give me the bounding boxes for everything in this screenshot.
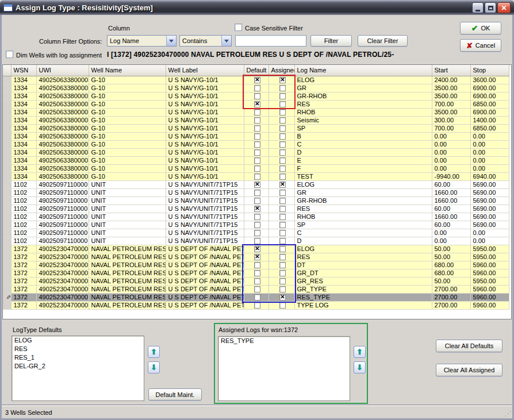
default-checkbox[interactable] xyxy=(254,141,260,148)
assigned-checkbox[interactable] xyxy=(279,246,286,252)
row-selector[interactable] xyxy=(3,84,11,92)
row-selector[interactable] xyxy=(3,205,11,213)
row-selector[interactable] xyxy=(3,140,11,148)
default-checkbox[interactable] xyxy=(254,206,260,212)
default-checkbox[interactable] xyxy=(254,262,260,268)
clear-filter-button[interactable]: Clear Filter xyxy=(358,35,408,47)
row-selector[interactable] xyxy=(3,245,11,253)
row-selector[interactable] xyxy=(3,156,11,164)
row-selector[interactable] xyxy=(3,285,11,293)
table-row[interactable]: 133449025063380000G-10U S NAVY/G-10/1GR3… xyxy=(3,84,509,92)
row-selector[interactable] xyxy=(3,188,11,196)
default-checkbox[interactable] xyxy=(254,198,260,204)
row-selector[interactable] xyxy=(3,180,11,188)
row-selector[interactable] xyxy=(3,277,11,285)
row-selector[interactable] xyxy=(3,221,11,229)
default-checkbox[interactable] xyxy=(254,149,260,156)
assigned-checkbox[interactable] xyxy=(279,270,286,276)
default-checkbox[interactable] xyxy=(254,190,260,196)
row-selector[interactable] xyxy=(3,196,11,205)
default-checkbox[interactable] xyxy=(254,125,260,132)
row-selector[interactable] xyxy=(3,301,11,309)
default-checkbox[interactable] xyxy=(254,270,260,276)
default-checkbox[interactable] xyxy=(254,109,260,115)
case-sensitive-checkbox[interactable] xyxy=(235,24,242,31)
table-row[interactable]: 133449025063380000G-10U S NAVY/G-10/1RHO… xyxy=(3,108,509,116)
list-item[interactable]: RES_TYPE xyxy=(218,337,350,345)
table-row[interactable]: 133449025063380000G-10U S NAVY/G-10/1TES… xyxy=(3,172,509,180)
title-bar[interactable]: Assign Log Type : Resisitivity[System] xyxy=(0,0,514,15)
column-header-well-label[interactable]: Well Label xyxy=(166,65,244,76)
filter-button[interactable]: Filter xyxy=(310,35,352,47)
well-log-grid[interactable]: WSNUWIWell NameWell LabelDefaultAssigned… xyxy=(2,64,512,319)
table-row[interactable]: 137249025230470000NAVAL PETROLEUM RESU S… xyxy=(3,253,509,261)
default-checkbox[interactable] xyxy=(254,230,260,236)
row-selector[interactable] xyxy=(3,164,11,172)
table-row[interactable]: 110249025097110000UNITU S NAVY/UNIT/71TP… xyxy=(3,221,509,229)
resize-grip-icon[interactable]: ⋰ xyxy=(504,410,511,418)
table-row[interactable]: 133449025063380000G-10U S NAVY/G-10/1Sei… xyxy=(3,116,509,124)
filter-value-input[interactable] xyxy=(235,35,306,47)
row-selector[interactable] xyxy=(3,261,11,269)
default-checkbox[interactable] xyxy=(254,238,260,244)
assigned-checkbox[interactable] xyxy=(279,133,286,140)
row-selector[interactable] xyxy=(3,92,11,100)
default-checkbox[interactable] xyxy=(254,302,260,309)
maximize-button[interactable] xyxy=(485,2,496,13)
default-checkbox[interactable] xyxy=(254,222,260,228)
column-header-wsn[interactable]: WSN xyxy=(11,65,36,76)
list-item[interactable]: RES_1 xyxy=(12,353,144,362)
filter-operator-dropdown-button[interactable] xyxy=(221,36,231,46)
column-header-stop[interactable]: Stop xyxy=(470,65,509,76)
default-checkbox[interactable] xyxy=(254,117,260,124)
assigned-checkbox[interactable] xyxy=(279,85,286,91)
assigned-checkbox[interactable] xyxy=(279,93,286,99)
table-row[interactable]: 133449025063380000G-10U S NAVY/G-10/1RES… xyxy=(3,100,509,108)
default-checkbox[interactable] xyxy=(254,85,260,91)
assigned-checkbox[interactable] xyxy=(279,278,286,284)
row-selector-edit-pencil-icon[interactable]: ✎ xyxy=(3,293,11,301)
table-row[interactable]: 110249025097110000UNITU S NAVY/UNIT/71TP… xyxy=(3,237,509,245)
assigned-move-down-button[interactable]: ⬇ xyxy=(354,361,366,373)
table-row[interactable]: 137249025230470000NAVAL PETROLEUM RESU S… xyxy=(3,285,509,293)
row-selector[interactable] xyxy=(3,132,11,140)
assigned-logs-listbox[interactable]: RES_TYPE xyxy=(218,336,350,401)
default-checkbox[interactable] xyxy=(254,165,260,172)
assigned-checkbox[interactable] xyxy=(279,101,286,107)
list-item[interactable]: ELOG xyxy=(12,336,144,345)
default-checkbox[interactable] xyxy=(254,286,260,292)
table-row[interactable]: 133449025063380000G-10U S NAVY/G-10/1B0.… xyxy=(3,132,509,140)
assigned-move-up-button[interactable]: ⬆ xyxy=(354,346,366,358)
row-selector[interactable] xyxy=(3,229,11,237)
table-row[interactable]: ✎137249025230470000NAVAL PETROLEUM RESU … xyxy=(3,293,509,301)
defaults-move-down-button[interactable]: ⬇ xyxy=(148,361,160,373)
assigned-checkbox[interactable] xyxy=(279,302,286,309)
row-selector[interactable] xyxy=(3,148,11,156)
table-row[interactable]: 133449025063380000G-10U S NAVY/G-10/1GR-… xyxy=(3,92,509,100)
assigned-checkbox[interactable] xyxy=(279,198,286,204)
logtype-defaults-listbox[interactable]: ELOGRESRES_1DEL-GR_2 xyxy=(11,336,144,401)
filter-column-dropdown-button[interactable] xyxy=(166,36,176,46)
table-row[interactable]: 133449025063380000G-10U S NAVY/G-10/1E0.… xyxy=(3,156,509,164)
default-checkbox[interactable] xyxy=(254,278,260,284)
assigned-checkbox[interactable] xyxy=(279,182,286,188)
list-item[interactable]: RES xyxy=(12,345,144,353)
assigned-checkbox[interactable] xyxy=(279,77,286,83)
assigned-checkbox[interactable] xyxy=(279,141,286,148)
column-header-uwi[interactable]: UWI xyxy=(36,65,89,76)
table-row[interactable]: 137249025230470000NAVAL PETROLEUM RESU S… xyxy=(3,245,509,253)
table-row[interactable]: 133449025063380000G-10U S NAVY/G-10/1D0.… xyxy=(3,148,509,156)
table-row[interactable]: 110249025097110000UNITU S NAVY/UNIT/71TP… xyxy=(3,196,509,205)
cancel-button[interactable]: ✘ Cancel xyxy=(460,39,501,52)
column-header-selector[interactable] xyxy=(3,65,11,76)
ok-button[interactable]: ✔ OK xyxy=(460,22,501,34)
assigned-checkbox[interactable] xyxy=(279,109,286,115)
row-selector[interactable] xyxy=(3,116,11,124)
table-row[interactable]: 110249025097110000UNITU S NAVY/UNIT/71TP… xyxy=(3,205,509,213)
assigned-checkbox[interactable] xyxy=(279,230,286,236)
default-checkbox[interactable] xyxy=(254,214,260,220)
row-selector[interactable] xyxy=(3,172,11,180)
default-checkbox[interactable] xyxy=(254,157,260,164)
table-row[interactable]: 133449025063380000G-10U S NAVY/G-10/1F0.… xyxy=(3,164,509,172)
row-selector[interactable] xyxy=(3,100,11,108)
